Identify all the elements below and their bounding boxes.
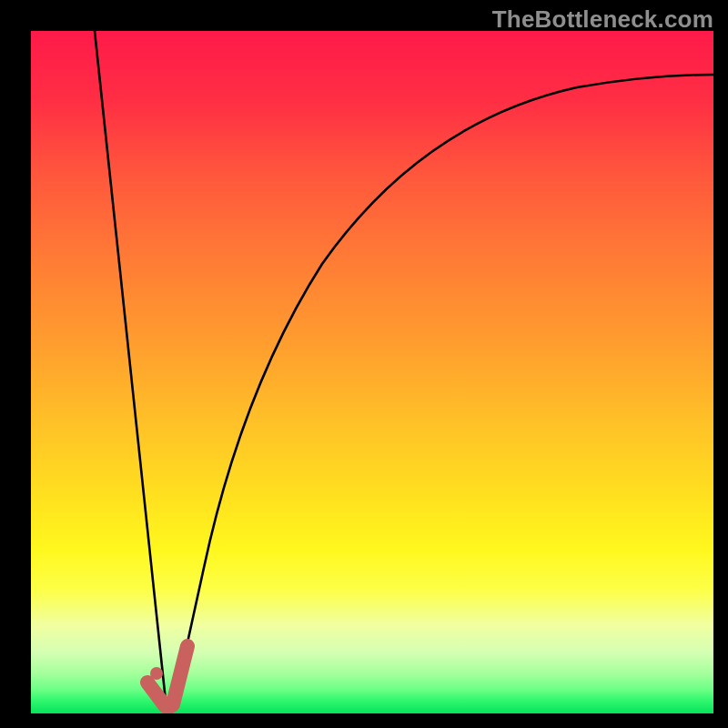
optimal-marker (31, 31, 713, 713)
watermark-text: TheBottleneck.com (492, 5, 713, 34)
outer-frame: TheBottleneck.com (0, 0, 728, 728)
plot-area (31, 31, 713, 713)
